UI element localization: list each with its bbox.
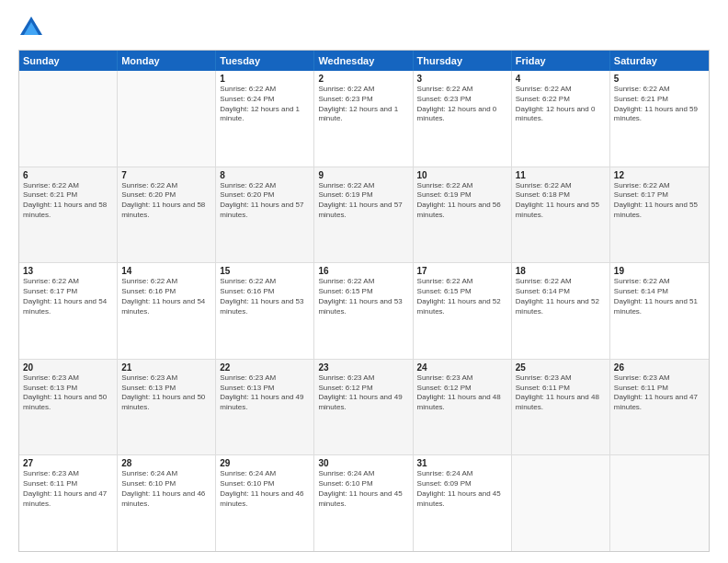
cell-info: Sunrise: 6:23 AMSunset: 6:13 PMDaylight:… bbox=[23, 373, 113, 413]
day-cell-4: 4Sunrise: 6:22 AMSunset: 6:22 PMDaylight… bbox=[512, 71, 610, 167]
day-cell-19: 19Sunrise: 6:22 AMSunset: 6:14 PMDayligh… bbox=[610, 263, 709, 359]
cell-info: Sunrise: 6:24 AMSunset: 6:10 PMDaylight:… bbox=[220, 469, 310, 509]
day-number: 29 bbox=[220, 458, 310, 468]
day-number: 25 bbox=[516, 362, 606, 373]
day-number: 1 bbox=[220, 74, 310, 84]
page: SundayMondayTuesdayWednesdayThursdayFrid… bbox=[0, 0, 728, 563]
day-number: 6 bbox=[23, 170, 113, 180]
header-day-monday: Monday bbox=[118, 51, 216, 71]
cell-info: Sunrise: 6:23 AMSunset: 6:11 PMDaylight:… bbox=[614, 373, 705, 413]
header-day-tuesday: Tuesday bbox=[216, 51, 314, 71]
empty-cell bbox=[19, 71, 118, 167]
day-number: 7 bbox=[121, 170, 211, 180]
day-number: 2 bbox=[318, 74, 408, 84]
day-number: 5 bbox=[614, 74, 705, 84]
calendar-row-2: 6Sunrise: 6:22 AMSunset: 6:21 PMDaylight… bbox=[19, 167, 709, 263]
header-day-thursday: Thursday bbox=[414, 51, 512, 71]
calendar-row-1: 1Sunrise: 6:22 AMSunset: 6:24 PMDaylight… bbox=[19, 71, 709, 167]
day-number: 19 bbox=[614, 266, 705, 276]
day-cell-27: 27Sunrise: 6:23 AMSunset: 6:11 PMDayligh… bbox=[19, 455, 118, 551]
empty-cell bbox=[118, 71, 216, 167]
day-cell-2: 2Sunrise: 6:22 AMSunset: 6:23 PMDaylight… bbox=[314, 71, 413, 167]
cell-info: Sunrise: 6:22 AMSunset: 6:17 PMDaylight:… bbox=[23, 277, 113, 316]
cell-info: Sunrise: 6:23 AMSunset: 6:12 PMDaylight:… bbox=[417, 373, 507, 413]
day-number: 3 bbox=[417, 74, 507, 84]
day-cell-16: 16Sunrise: 6:22 AMSunset: 6:15 PMDayligh… bbox=[314, 263, 413, 359]
day-cell-31: 31Sunrise: 6:24 AMSunset: 6:09 PMDayligh… bbox=[414, 455, 512, 551]
day-number: 21 bbox=[121, 362, 211, 373]
cell-info: Sunrise: 6:22 AMSunset: 6:19 PMDaylight:… bbox=[318, 181, 408, 221]
day-cell-17: 17Sunrise: 6:22 AMSunset: 6:15 PMDayligh… bbox=[414, 263, 512, 359]
cell-info: Sunrise: 6:22 AMSunset: 6:16 PMDaylight:… bbox=[121, 277, 211, 316]
cell-info: Sunrise: 6:22 AMSunset: 6:24 PMDaylight:… bbox=[220, 85, 310, 124]
cell-info: Sunrise: 6:23 AMSunset: 6:11 PMDaylight:… bbox=[23, 469, 113, 509]
day-cell-3: 3Sunrise: 6:22 AMSunset: 6:23 PMDaylight… bbox=[414, 71, 512, 167]
day-cell-10: 10Sunrise: 6:22 AMSunset: 6:19 PMDayligh… bbox=[414, 167, 512, 263]
day-cell-28: 28Sunrise: 6:24 AMSunset: 6:10 PMDayligh… bbox=[118, 455, 216, 551]
day-cell-30: 30Sunrise: 6:24 AMSunset: 6:10 PMDayligh… bbox=[314, 455, 413, 551]
cell-info: Sunrise: 6:24 AMSunset: 6:09 PMDaylight:… bbox=[417, 469, 507, 509]
header-day-friday: Friday bbox=[512, 51, 610, 71]
day-cell-18: 18Sunrise: 6:22 AMSunset: 6:14 PMDayligh… bbox=[512, 263, 610, 359]
day-number: 10 bbox=[417, 170, 507, 180]
empty-cell bbox=[610, 455, 709, 551]
cell-info: Sunrise: 6:23 AMSunset: 6:11 PMDaylight:… bbox=[516, 373, 606, 413]
day-number: 11 bbox=[516, 170, 606, 180]
day-cell-20: 20Sunrise: 6:23 AMSunset: 6:13 PMDayligh… bbox=[19, 360, 118, 455]
cell-info: Sunrise: 6:22 AMSunset: 6:15 PMDaylight:… bbox=[417, 277, 507, 316]
day-cell-24: 24Sunrise: 6:23 AMSunset: 6:12 PMDayligh… bbox=[414, 360, 512, 455]
cell-info: Sunrise: 6:22 AMSunset: 6:14 PMDaylight:… bbox=[614, 277, 705, 316]
header-day-wednesday: Wednesday bbox=[314, 51, 413, 71]
day-cell-8: 8Sunrise: 6:22 AMSunset: 6:20 PMDaylight… bbox=[216, 167, 314, 263]
cell-info: Sunrise: 6:24 AMSunset: 6:10 PMDaylight:… bbox=[318, 469, 408, 509]
cell-info: Sunrise: 6:22 AMSunset: 6:21 PMDaylight:… bbox=[614, 85, 705, 124]
day-number: 8 bbox=[220, 170, 310, 180]
day-cell-7: 7Sunrise: 6:22 AMSunset: 6:20 PMDaylight… bbox=[118, 167, 216, 263]
day-number: 24 bbox=[417, 362, 507, 373]
logo-icon bbox=[18, 15, 44, 40]
cell-info: Sunrise: 6:22 AMSunset: 6:21 PMDaylight:… bbox=[23, 181, 113, 221]
day-number: 13 bbox=[23, 266, 113, 276]
cell-info: Sunrise: 6:22 AMSunset: 6:15 PMDaylight:… bbox=[318, 277, 408, 316]
calendar-row-3: 13Sunrise: 6:22 AMSunset: 6:17 PMDayligh… bbox=[19, 262, 709, 359]
day-number: 18 bbox=[516, 266, 606, 276]
day-cell-22: 22Sunrise: 6:23 AMSunset: 6:13 PMDayligh… bbox=[216, 360, 314, 455]
day-number: 9 bbox=[318, 170, 408, 180]
cell-info: Sunrise: 6:22 AMSunset: 6:18 PMDaylight:… bbox=[516, 181, 606, 221]
day-cell-9: 9Sunrise: 6:22 AMSunset: 6:19 PMDaylight… bbox=[314, 167, 413, 263]
cell-info: Sunrise: 6:24 AMSunset: 6:10 PMDaylight:… bbox=[121, 469, 211, 509]
cell-info: Sunrise: 6:22 AMSunset: 6:20 PMDaylight:… bbox=[121, 181, 211, 221]
cell-info: Sunrise: 6:22 AMSunset: 6:16 PMDaylight:… bbox=[220, 277, 310, 316]
cell-info: Sunrise: 6:22 AMSunset: 6:23 PMDaylight:… bbox=[417, 85, 507, 124]
header-day-sunday: Sunday bbox=[19, 51, 118, 71]
day-number: 15 bbox=[220, 266, 310, 276]
header bbox=[18, 15, 710, 40]
day-cell-21: 21Sunrise: 6:23 AMSunset: 6:13 PMDayligh… bbox=[118, 360, 216, 455]
calendar-row-5: 27Sunrise: 6:23 AMSunset: 6:11 PMDayligh… bbox=[19, 454, 709, 551]
day-number: 22 bbox=[220, 362, 310, 373]
day-number: 27 bbox=[23, 458, 113, 468]
cell-info: Sunrise: 6:23 AMSunset: 6:12 PMDaylight:… bbox=[318, 373, 408, 413]
day-number: 28 bbox=[121, 458, 211, 468]
day-cell-23: 23Sunrise: 6:23 AMSunset: 6:12 PMDayligh… bbox=[314, 360, 413, 455]
day-number: 17 bbox=[417, 266, 507, 276]
cell-info: Sunrise: 6:23 AMSunset: 6:13 PMDaylight:… bbox=[220, 373, 310, 413]
day-number: 14 bbox=[121, 266, 211, 276]
cell-info: Sunrise: 6:22 AMSunset: 6:14 PMDaylight:… bbox=[516, 277, 606, 316]
day-cell-13: 13Sunrise: 6:22 AMSunset: 6:17 PMDayligh… bbox=[19, 263, 118, 359]
calendar-body: 1Sunrise: 6:22 AMSunset: 6:24 PMDaylight… bbox=[19, 71, 709, 551]
day-cell-26: 26Sunrise: 6:23 AMSunset: 6:11 PMDayligh… bbox=[610, 360, 709, 455]
day-cell-6: 6Sunrise: 6:22 AMSunset: 6:21 PMDaylight… bbox=[19, 167, 118, 263]
logo bbox=[18, 15, 48, 40]
day-cell-12: 12Sunrise: 6:22 AMSunset: 6:17 PMDayligh… bbox=[610, 167, 709, 263]
cell-info: Sunrise: 6:22 AMSunset: 6:22 PMDaylight:… bbox=[516, 85, 606, 124]
day-number: 26 bbox=[614, 362, 705, 373]
cell-info: Sunrise: 6:22 AMSunset: 6:23 PMDaylight:… bbox=[318, 85, 408, 124]
day-cell-11: 11Sunrise: 6:22 AMSunset: 6:18 PMDayligh… bbox=[512, 167, 610, 263]
day-cell-5: 5Sunrise: 6:22 AMSunset: 6:21 PMDaylight… bbox=[610, 71, 709, 167]
cell-info: Sunrise: 6:22 AMSunset: 6:19 PMDaylight:… bbox=[417, 181, 507, 221]
cell-info: Sunrise: 6:22 AMSunset: 6:20 PMDaylight:… bbox=[220, 181, 310, 221]
day-number: 12 bbox=[614, 170, 705, 180]
day-number: 23 bbox=[318, 362, 408, 373]
day-cell-1: 1Sunrise: 6:22 AMSunset: 6:24 PMDaylight… bbox=[216, 71, 314, 167]
